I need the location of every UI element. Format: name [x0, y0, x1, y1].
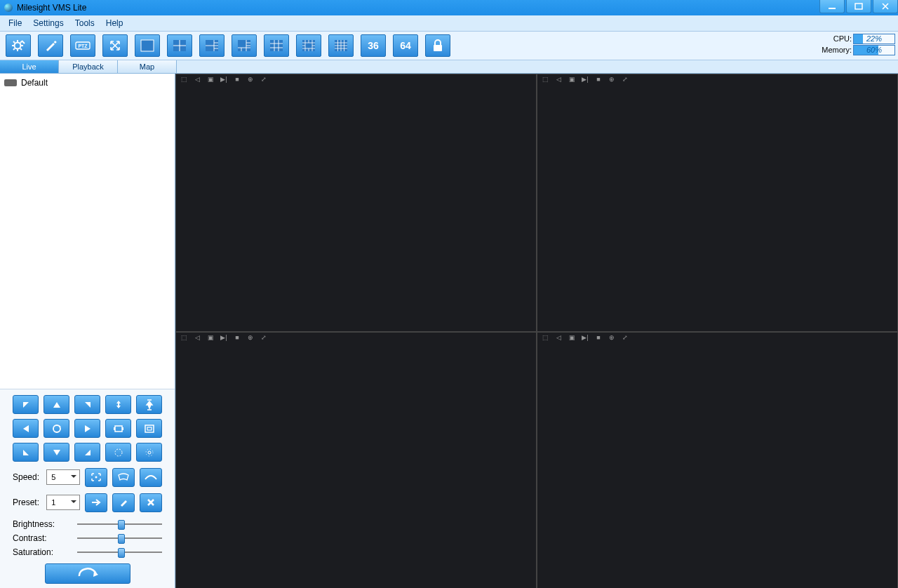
tab-playback[interactable]: Playback: [59, 60, 118, 73]
mute-icon[interactable]: ◁: [555, 334, 562, 341]
ptz-down-left[interactable]: [13, 443, 39, 462]
video-pane-2[interactable]: ⬚ ◁ ▣ ▶| ■ ⊕ ⤢: [537, 74, 898, 332]
layout-8-button[interactable]: [232, 34, 257, 57]
ptz-right[interactable]: [74, 419, 100, 438]
zoom-icon[interactable]: ⊕: [247, 76, 254, 83]
window-controls: [818, 0, 898, 13]
menu-settings[interactable]: Settings: [27, 18, 69, 28]
aux-focus-button[interactable]: [85, 468, 107, 487]
sidebar: Default: [0, 74, 175, 588]
tab-map[interactable]: Map: [118, 60, 177, 73]
cpu-meter: 22%: [853, 34, 895, 44]
record-icon[interactable]: ⬚: [542, 334, 549, 341]
snapshot-icon[interactable]: ▣: [207, 334, 214, 341]
layout-9-button[interactable]: [264, 34, 289, 57]
mute-icon[interactable]: ◁: [194, 334, 201, 341]
menu-file[interactable]: File: [3, 18, 27, 28]
ptz-down-right[interactable]: [74, 443, 100, 462]
contrast-slider[interactable]: [77, 533, 162, 544]
video-pane-1[interactable]: ⬚ ◁ ▣ ▶| ■ ⊕ ⤢: [175, 74, 537, 332]
fullscreen-button[interactable]: [102, 34, 128, 57]
focus-near-button[interactable]: [105, 419, 131, 438]
close-button[interactable]: [873, 0, 898, 13]
ptz-up-right[interactable]: [74, 395, 100, 414]
focus-far-button[interactable]: [136, 419, 162, 438]
layout-1-button[interactable]: [135, 34, 160, 57]
next-icon[interactable]: ▶|: [220, 334, 227, 341]
brightness-label: Brightness:: [13, 519, 77, 529]
saturation-label: Saturation:: [13, 547, 77, 557]
ptz-up-left[interactable]: [13, 395, 39, 414]
fullscreen-icon[interactable]: ⤢: [622, 76, 629, 83]
edit-button[interactable]: [38, 34, 63, 57]
ptz-panel: Speed: 5 Preset: 1 Brightness: Con: [0, 389, 175, 588]
ptz-up[interactable]: [43, 395, 69, 414]
snapshot-icon[interactable]: ▣: [207, 76, 214, 83]
reset-button[interactable]: [45, 563, 130, 584]
zoom-out-button[interactable]: [136, 395, 162, 414]
iris-open-button[interactable]: [105, 443, 131, 462]
layout-36-button[interactable]: 36: [361, 34, 386, 57]
record-icon[interactable]: ⬚: [542, 76, 549, 83]
tree-root[interactable]: Default: [4, 78, 170, 88]
maximize-button[interactable]: [846, 0, 871, 13]
brightness-slider[interactable]: [77, 519, 162, 530]
next-icon[interactable]: ▶|: [582, 334, 589, 341]
zoom-icon[interactable]: ⊕: [247, 334, 254, 341]
saturation-slider[interactable]: [77, 547, 162, 558]
zoom-icon[interactable]: ⊕: [608, 334, 615, 341]
next-icon[interactable]: ▶|: [582, 76, 589, 83]
video-pane-3[interactable]: ⬚ ◁ ▣ ▶| ■ ⊕ ⤢: [175, 332, 537, 588]
zoom-icon[interactable]: ⊕: [608, 76, 615, 83]
record-icon[interactable]: ⬚: [180, 76, 187, 83]
fullscreen-icon[interactable]: ⤢: [260, 334, 267, 341]
tab-live[interactable]: Live: [0, 60, 59, 73]
svg-point-29: [146, 449, 153, 456]
stop-icon[interactable]: ■: [595, 334, 602, 341]
fullscreen-icon[interactable]: ⤢: [260, 76, 267, 83]
svg-rect-23: [115, 426, 122, 432]
stop-icon[interactable]: ■: [234, 76, 241, 83]
minimize-button[interactable]: [819, 0, 845, 13]
layout-16-button[interactable]: [328, 34, 354, 57]
svg-point-30: [148, 451, 151, 454]
next-icon[interactable]: ▶|: [220, 76, 227, 83]
layout-4-button[interactable]: [167, 34, 192, 57]
mute-icon[interactable]: ◁: [194, 76, 201, 83]
iris-close-button[interactable]: [136, 443, 162, 462]
preset-select[interactable]: 1: [46, 495, 80, 510]
record-icon[interactable]: ⬚: [180, 334, 187, 341]
svg-rect-21: [434, 45, 442, 51]
lock-button[interactable]: [425, 34, 450, 57]
device-tree[interactable]: Default: [0, 74, 175, 389]
snapshot-icon[interactable]: ▣: [568, 334, 575, 341]
preset-delete-button[interactable]: [140, 493, 162, 512]
stop-icon[interactable]: ■: [234, 334, 241, 341]
settings-button[interactable]: [6, 34, 31, 57]
snapshot-icon[interactable]: ▣: [568, 76, 575, 83]
ptz-auto[interactable]: [43, 419, 69, 438]
svg-rect-14: [141, 40, 154, 51]
light-button[interactable]: [140, 468, 162, 487]
svg-point-28: [115, 449, 122, 456]
ptz-left[interactable]: [13, 419, 39, 438]
mute-icon[interactable]: ◁: [555, 76, 562, 83]
zoom-in-button[interactable]: [105, 395, 131, 414]
ptz-button[interactable]: PTZ: [70, 34, 95, 57]
preset-set-button[interactable]: [112, 493, 135, 512]
preset-goto-button[interactable]: [85, 493, 107, 512]
menu-tools[interactable]: Tools: [69, 18, 100, 28]
layout-64-button[interactable]: 64: [393, 34, 418, 57]
layout-13-button[interactable]: [296, 34, 321, 57]
svg-line-9: [13, 48, 15, 50]
ptz-down[interactable]: [43, 443, 69, 462]
wiper-button[interactable]: [112, 468, 135, 487]
fullscreen-icon[interactable]: ⤢: [622, 334, 629, 341]
menu-help[interactable]: Help: [100, 18, 129, 28]
video-controls: ⬚ ◁ ▣ ▶| ■ ⊕ ⤢: [542, 76, 629, 83]
video-pane-4[interactable]: ⬚ ◁ ▣ ▶| ■ ⊕ ⤢: [537, 332, 898, 588]
layout-6-button[interactable]: [199, 34, 224, 57]
speed-select[interactable]: 5: [46, 469, 80, 485]
stop-icon[interactable]: ■: [595, 76, 602, 83]
tree-root-label: Default: [21, 78, 48, 88]
